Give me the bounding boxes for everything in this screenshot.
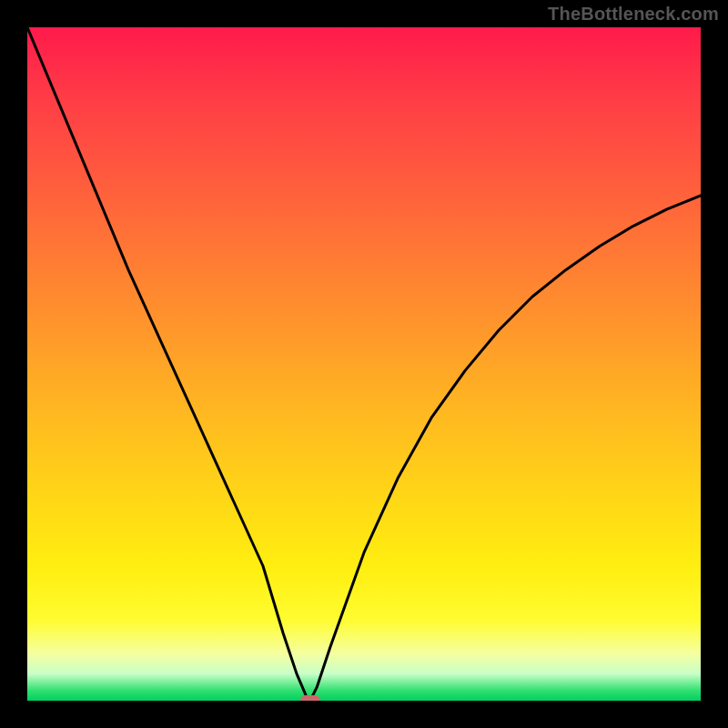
chart-frame: TheBottleneck.com [0, 0, 728, 728]
plot-area [27, 27, 701, 701]
bottleneck-curve [27, 27, 701, 701]
watermark-label: TheBottleneck.com [548, 4, 719, 25]
optimum-marker [300, 695, 320, 701]
